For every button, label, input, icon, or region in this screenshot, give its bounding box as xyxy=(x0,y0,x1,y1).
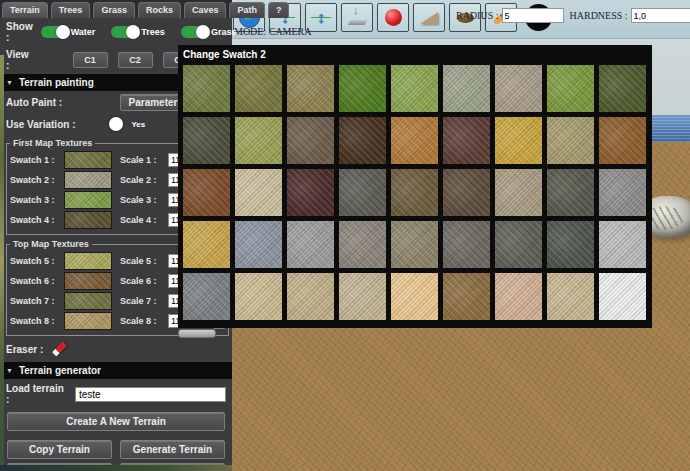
texture-tile[interactable] xyxy=(183,169,230,216)
swatch-texture-chip[interactable] xyxy=(64,252,112,270)
scale-label: Scale 5 : xyxy=(120,256,164,266)
texture-tile[interactable] xyxy=(599,273,646,320)
texture-tile[interactable] xyxy=(391,65,438,112)
swatch-texture-chip[interactable] xyxy=(64,171,112,189)
radius-input[interactable] xyxy=(502,8,564,23)
slab-glyph xyxy=(347,20,366,25)
texture-tile[interactable] xyxy=(495,117,542,164)
texture-tile[interactable] xyxy=(183,273,230,320)
copy-terrain-button[interactable]: Copy Terrain xyxy=(7,440,112,459)
terrain-generator-block: Load terrain : Create A New Terrain Copy… xyxy=(0,379,232,471)
ramp-tool-icon[interactable] xyxy=(413,3,445,32)
texture-tile[interactable] xyxy=(599,117,646,164)
texture-tile[interactable] xyxy=(339,221,386,268)
texture-tile[interactable] xyxy=(547,169,594,216)
texture-tile[interactable] xyxy=(287,273,334,320)
sphere-brush-icon[interactable] xyxy=(377,3,409,32)
radius-field: RADIUS : xyxy=(456,8,564,23)
view-button-c2[interactable]: C2 xyxy=(118,52,153,68)
collapse-triangle-icon: ▼ xyxy=(6,367,13,374)
load-terrain-label: Load terrain : xyxy=(6,383,67,405)
use-variation-toggle[interactable] xyxy=(109,117,123,131)
toggle-label: Trees xyxy=(141,27,165,37)
hardness-field: HARDNESS : xyxy=(570,8,690,23)
texture-tile[interactable] xyxy=(235,221,282,268)
texture-tile[interactable] xyxy=(235,169,282,216)
texture-tile[interactable] xyxy=(443,65,490,112)
scale-label: Scale 1 : xyxy=(120,155,164,165)
eraser-icon[interactable] xyxy=(51,341,69,357)
texture-tile[interactable] xyxy=(235,273,282,320)
hardness-label: HARDNESS : xyxy=(570,10,628,21)
texture-tile[interactable] xyxy=(443,273,490,320)
texture-tile[interactable] xyxy=(183,65,230,112)
create-new-terrain-button[interactable]: Create A New Terrain xyxy=(7,412,225,431)
swatch-texture-chip[interactable] xyxy=(64,211,112,229)
down-arrow-glyph: ↓ xyxy=(353,4,359,16)
swatch-panel-scrollbar[interactable] xyxy=(178,329,216,338)
copy-generate-row: Copy Terrain Generate Terrain xyxy=(7,440,225,459)
toggle-pill xyxy=(41,26,69,38)
texture-tile[interactable] xyxy=(287,117,334,164)
texture-tile[interactable] xyxy=(391,169,438,216)
toggle-label: Grass xyxy=(211,27,237,37)
texture-tile[interactable] xyxy=(495,273,542,320)
flatten-terrain-icon[interactable]: ↓ xyxy=(341,3,373,32)
toggle-grass[interactable]: Grass xyxy=(181,26,237,38)
hardness-input[interactable] xyxy=(631,8,690,23)
tab-caves[interactable]: Caves xyxy=(184,2,227,18)
texture-tile[interactable] xyxy=(495,169,542,216)
tab-help[interactable]: ? xyxy=(268,2,290,18)
toggle-knob xyxy=(56,25,70,39)
scene-bottom-sliver xyxy=(0,465,232,471)
texture-tile[interactable] xyxy=(599,65,646,112)
load-terrain-input[interactable] xyxy=(75,387,226,402)
texture-tile[interactable] xyxy=(339,169,386,216)
texture-tile[interactable] xyxy=(391,273,438,320)
texture-tile[interactable] xyxy=(443,117,490,164)
swatch-texture-chip[interactable] xyxy=(64,272,112,290)
texture-tile[interactable] xyxy=(339,273,386,320)
toggle-trees[interactable]: Trees xyxy=(111,26,165,38)
texture-tile[interactable] xyxy=(183,117,230,164)
red-sphere-glyph xyxy=(385,9,402,26)
load-terrain-row: Load terrain : xyxy=(0,379,232,409)
texture-tile[interactable] xyxy=(339,65,386,112)
texture-tile[interactable] xyxy=(495,65,542,112)
tab-grass[interactable]: Grass xyxy=(93,2,135,18)
texture-tile[interactable] xyxy=(495,221,542,268)
texture-tile[interactable] xyxy=(547,273,594,320)
texture-tile[interactable] xyxy=(443,221,490,268)
tab-rocks[interactable]: Rocks xyxy=(138,2,181,18)
swatch-label: Swatch 5 : xyxy=(10,256,60,266)
show-toggles: WaterTreesGrass xyxy=(41,26,237,38)
tab-terrain[interactable]: Terrain xyxy=(2,2,48,18)
change-swatch-title: Change Swatch 2 xyxy=(178,45,652,63)
generate-terrain-button[interactable]: Generate Terrain xyxy=(120,440,225,459)
tab-path[interactable]: Path xyxy=(229,2,265,18)
texture-tile[interactable] xyxy=(391,117,438,164)
swatch-texture-chip[interactable] xyxy=(64,151,112,169)
texture-tile[interactable] xyxy=(235,65,282,112)
toggle-water[interactable]: Water xyxy=(41,26,96,38)
view-button-c1[interactable]: C1 xyxy=(73,52,108,68)
tab-trees[interactable]: Trees xyxy=(51,2,91,18)
texture-tile[interactable] xyxy=(339,117,386,164)
swatch-texture-chip[interactable] xyxy=(64,292,112,310)
texture-tile[interactable] xyxy=(183,221,230,268)
texture-tile[interactable] xyxy=(391,221,438,268)
texture-tile[interactable] xyxy=(547,117,594,164)
texture-tile[interactable] xyxy=(287,169,334,216)
texture-tile[interactable] xyxy=(547,65,594,112)
swatch-texture-chip[interactable] xyxy=(64,191,112,209)
terrain-generator-header[interactable]: ▼ Terrain generator xyxy=(0,362,232,379)
texture-tile[interactable] xyxy=(599,221,646,268)
texture-tile[interactable] xyxy=(599,169,646,216)
texture-tile[interactable] xyxy=(287,221,334,268)
texture-tile[interactable] xyxy=(547,221,594,268)
texture-tile[interactable] xyxy=(235,117,282,164)
texture-tile[interactable] xyxy=(443,169,490,216)
scale-label: Scale 8 : xyxy=(120,316,164,326)
texture-tile[interactable] xyxy=(287,65,334,112)
swatch-texture-chip[interactable] xyxy=(64,312,112,330)
